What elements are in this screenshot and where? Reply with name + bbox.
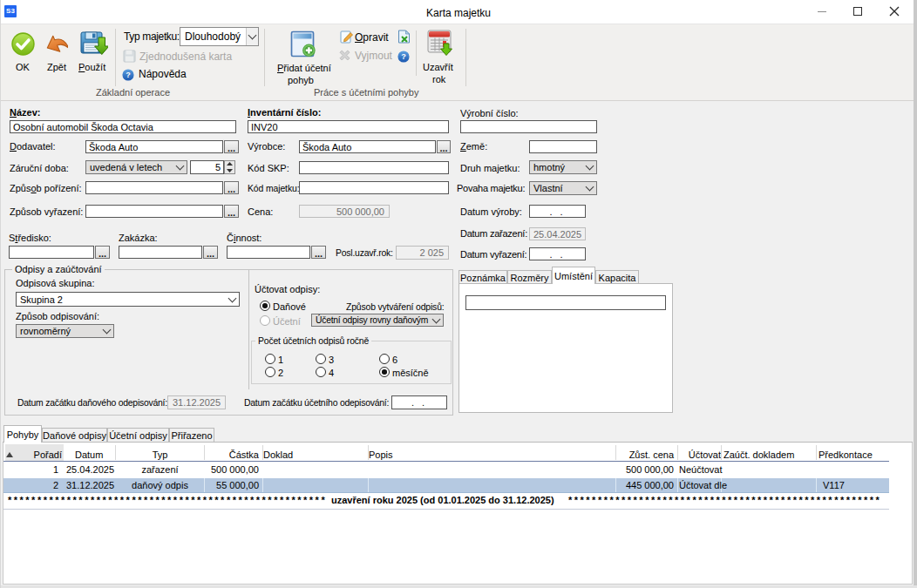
- svg-text:?: ?: [126, 71, 131, 79]
- svg-text:?: ?: [401, 52, 406, 61]
